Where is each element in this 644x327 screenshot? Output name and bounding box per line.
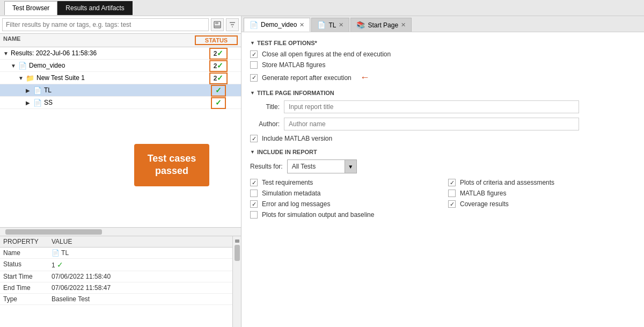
close-figures-option: Close all open figures at the end of exe…	[250, 50, 635, 58]
results-select-arrow[interactable]: ▼	[345, 160, 356, 173]
right-tabs: 📄 Demo_video ✕ 📄 TL ✕ 📚 Start Page ✕	[241, 16, 644, 32]
include-item: Coverage results	[448, 200, 635, 208]
filter-input[interactable]	[2, 18, 209, 31]
test-file-options-section-header: TEST FILE OPTIONS*	[250, 40, 635, 46]
generate-report-option: Generate report after execution ←	[250, 72, 635, 83]
arrow-icon: ←	[360, 72, 370, 83]
section-test-file-label: TEST FILE OPTIONS*	[257, 40, 317, 46]
include-matlab-version-option: Include MATLAB version	[250, 135, 635, 142]
start-page-close-button[interactable]: ✕	[401, 21, 406, 28]
author-form-row: Author:	[250, 118, 635, 130]
tree-item-label: SS	[44, 99, 198, 106]
property-scrollbar[interactable]	[232, 236, 241, 327]
plots-criteria-checkbox[interactable]	[448, 179, 456, 186]
plots-simulation-label: Plots for simulation output and baseline	[262, 211, 374, 219]
coverage-results-label: Coverage results	[460, 200, 509, 208]
start-page-icon: 📚	[356, 21, 365, 29]
prop-value: 07/06/2022 11:58:40	[52, 273, 229, 280]
include-section-header: INCLUDE IN REPORT	[250, 149, 635, 155]
matlab-figures-checkbox[interactable]	[448, 190, 456, 197]
author-label: Author:	[250, 120, 280, 128]
include-label: INCLUDE IN REPORT	[257, 149, 317, 155]
plots-simulation-checkbox[interactable]	[250, 211, 258, 219]
prop-name: Start Time	[3, 273, 52, 280]
property-row: End Time 07/06/2022 11:58:47	[0, 282, 232, 294]
left-panel: NAME STATUS ▼ Results: 2022-Jul-06 11:58…	[0, 16, 241, 327]
tree-item[interactable]: ▼ 📄 Demo_video 2✓	[0, 60, 241, 72]
title-page-label: TITLE PAGE INFORMATION	[257, 90, 334, 96]
tree-item[interactable]: ▶ 📄 TL ✓	[0, 84, 241, 97]
title-input[interactable]	[284, 100, 579, 113]
property-panel: PROPERTY VALUE Name 📄 TL Status 1 ✓ Star…	[0, 236, 241, 327]
content-area: TEST FILE OPTIONS* Close all open figure…	[241, 32, 644, 327]
tab-tl-label: TL	[328, 21, 336, 29]
property-scrollbar-thumb	[235, 245, 240, 261]
title-page-section-header: TITLE PAGE INFORMATION	[250, 90, 635, 96]
tree-item[interactable]: ▶ 📄 SS ✓	[0, 97, 241, 109]
property-header-row: PROPERTY VALUE	[0, 236, 232, 248]
store-matlab-label: Store MATLAB figures	[262, 61, 326, 69]
results-for-row: Results for: All Tests ▼	[250, 159, 635, 173]
results-artifacts-tab[interactable]: Results and Artifacts	[57, 1, 132, 15]
simulation-metadata-label: Simulation metadata	[262, 190, 320, 197]
tl-close-button[interactable]: ✕	[339, 21, 343, 28]
expander-1: ▼	[11, 63, 18, 69]
status-box: 2✓	[209, 48, 228, 60]
tree-item-label: Results: 2022-Jul-06 11:58:36	[11, 49, 198, 57]
col-status-header: STATUS	[195, 35, 238, 45]
document-icon: 📄	[18, 62, 27, 70]
close-figures-checkbox[interactable]	[250, 50, 258, 58]
tree-item-status: 2✓	[198, 74, 241, 82]
author-input[interactable]	[284, 118, 579, 130]
matlab-figures-label: MATLAB figures	[460, 190, 506, 197]
tab-start-page[interactable]: 📚 Start Page ✕	[350, 18, 412, 32]
prop-value: 📄 TL	[52, 249, 229, 257]
simulation-metadata-checkbox[interactable]	[250, 190, 258, 197]
test-browser-tab[interactable]: Test Browser	[4, 1, 57, 15]
svg-rect-1	[215, 21, 218, 24]
store-matlab-checkbox[interactable]	[250, 61, 258, 69]
folder-icon: 📁	[26, 74, 34, 82]
svg-rect-2	[215, 25, 220, 27]
tab-demo-video[interactable]: 📄 Demo_video ✕	[244, 18, 310, 32]
property-table: PROPERTY VALUE Name 📄 TL Status 1 ✓ Star…	[0, 236, 232, 327]
tree-item-status: 2✓	[198, 61, 241, 70]
save-filter-button[interactable]	[211, 18, 224, 31]
include-matlab-label: Include MATLAB version	[262, 135, 332, 142]
generate-report-checkbox[interactable]	[250, 74, 258, 82]
error-log-checkbox[interactable]	[250, 200, 258, 208]
tree-item-label: New Test Suite 1	[36, 74, 198, 82]
tab-tl[interactable]: 📄 TL ✕	[311, 18, 349, 32]
results-for-select[interactable]: All Tests ▼	[287, 159, 357, 173]
filter-button[interactable]	[226, 18, 239, 31]
save-icon	[214, 21, 221, 28]
error-log-label: Error and log messages	[262, 200, 330, 208]
include-item: Error and log messages	[250, 200, 437, 208]
prop-name: Status	[3, 260, 52, 269]
tree-item[interactable]: ▼ 📁 New Test Suite 1 2✓	[0, 72, 241, 84]
tl-icon: 📄	[317, 21, 326, 29]
tree-scrollbar-thumb	[5, 229, 102, 235]
generate-report-label: Generate report after execution	[262, 74, 352, 82]
close-figures-label: Close all open figures at the end of exe…	[262, 50, 391, 58]
tree-panel: ▼ Results: 2022-Jul-06 11:58:36 2✓ ▼ 📄 D…	[0, 47, 241, 227]
prop-value: Baseline Test	[52, 295, 229, 303]
title-form-row: Title:	[250, 100, 635, 113]
tree-item-status: ✓	[198, 86, 241, 95]
tab-demo-video-label: Demo_video	[261, 21, 297, 28]
prop-value: 07/06/2022 11:58:47	[52, 284, 229, 292]
popup-line2: passed	[155, 165, 188, 176]
property-row: Status 1 ✓	[0, 259, 232, 271]
demo-video-close-button[interactable]: ✕	[299, 21, 304, 28]
coverage-results-checkbox[interactable]	[448, 200, 456, 208]
tree-item[interactable]: ▼ Results: 2022-Jul-06 11:58:36 2✓	[0, 47, 241, 60]
results-for-label: Results for:	[250, 163, 283, 170]
right-panel: 📄 Demo_video ✕ 📄 TL ✕ 📚 Start Page ✕ TES…	[241, 16, 644, 327]
expander-4: ▶	[26, 100, 33, 106]
tree-item-status: ✓	[198, 98, 241, 107]
tree-scrollbar[interactable]	[0, 227, 241, 236]
test-cases-passed-popup: Test cases passed	[134, 144, 209, 186]
include-item: MATLAB figures	[448, 190, 635, 197]
include-matlab-checkbox[interactable]	[250, 135, 258, 142]
test-requirements-checkbox[interactable]	[250, 179, 258, 186]
